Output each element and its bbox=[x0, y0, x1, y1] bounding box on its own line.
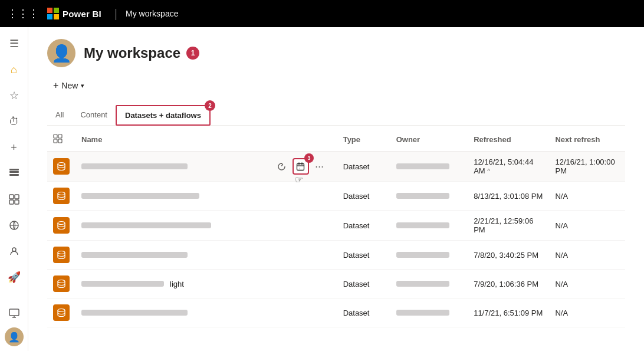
dataset-icon bbox=[53, 217, 70, 234]
row-name-blurred bbox=[81, 252, 188, 258]
row-name-blurred bbox=[81, 310, 188, 316]
row-type: Dataset bbox=[337, 211, 390, 241]
row-name-blurred bbox=[81, 163, 188, 169]
dataset-icon bbox=[53, 158, 70, 175]
action-badge-number: 3 bbox=[304, 153, 314, 163]
row-name-cell bbox=[81, 310, 262, 316]
tabs-row: All Content Datasets + dataflows 2 bbox=[47, 105, 625, 126]
row-name-cell bbox=[81, 193, 262, 199]
col-header-icon bbox=[47, 128, 75, 152]
svg-text:↓: ↓ bbox=[298, 166, 300, 170]
row-owner bbox=[390, 270, 468, 298]
row-owner bbox=[390, 298, 468, 327]
favorites-icon[interactable]: ☆ bbox=[2, 84, 26, 107]
header-badge: 1 bbox=[186, 47, 199, 60]
new-button-row: + New ▾ bbox=[47, 77, 625, 94]
new-button-label: New bbox=[61, 81, 78, 90]
row-refreshed: 7/8/20, 3:40:25 PM bbox=[468, 241, 549, 270]
data-icon[interactable] bbox=[2, 162, 26, 185]
title-group: My workspace 1 bbox=[84, 45, 199, 61]
refresh-button[interactable] bbox=[274, 158, 290, 175]
row-next-refresh: N/A bbox=[549, 211, 625, 241]
svg-rect-1 bbox=[9, 174, 19, 176]
avatar: 👤 bbox=[47, 39, 75, 67]
recent-icon[interactable]: ⏱ bbox=[2, 110, 26, 133]
svg-point-23 bbox=[58, 280, 65, 283]
col-header-refreshed: Refreshed bbox=[468, 128, 549, 152]
refresh-chevron: ^ bbox=[487, 168, 490, 175]
tab-datasets-badge: 2 bbox=[205, 100, 215, 111]
more-options-button[interactable]: ⋯ bbox=[311, 158, 328, 175]
dataset-icon bbox=[53, 188, 70, 204]
chevron-down-icon: ▾ bbox=[81, 82, 84, 90]
dataset-icon bbox=[53, 247, 70, 263]
metrics-icon[interactable] bbox=[2, 188, 26, 211]
row-owner bbox=[390, 241, 468, 270]
top-navigation: ⋮⋮⋮ Power BI | My workspace bbox=[0, 0, 644, 27]
create-icon[interactable]: + bbox=[2, 136, 26, 159]
main-content: 👤 My workspace 1 + New ▾ All Content Dat… bbox=[28, 27, 644, 351]
people-icon[interactable] bbox=[2, 240, 26, 263]
workspace-label: My workspace bbox=[126, 9, 178, 18]
col-header-owner: Owner bbox=[390, 128, 468, 152]
nav-divider: | bbox=[114, 7, 117, 21]
row-type: Dataset bbox=[337, 152, 390, 182]
tab-datasets-label: Datasets + dataflows bbox=[125, 111, 201, 120]
page-header: 👤 My workspace 1 bbox=[47, 27, 625, 77]
row-name-blurred bbox=[81, 281, 164, 287]
row-owner-blurred bbox=[396, 252, 449, 258]
row-name-blurred bbox=[81, 193, 199, 199]
col-header-nextrefresh: Next refresh bbox=[549, 128, 625, 152]
tab-all[interactable]: All bbox=[47, 106, 72, 125]
svg-rect-15 bbox=[54, 139, 57, 143]
row-type: Dataset bbox=[337, 182, 390, 211]
avatar-image: 👤 bbox=[51, 44, 72, 63]
row-type: Dataset bbox=[337, 270, 390, 298]
avatar-small[interactable]: 👤 bbox=[5, 327, 24, 346]
row-owner-blurred bbox=[396, 310, 449, 316]
svg-rect-14 bbox=[58, 135, 62, 138]
row-refreshed: 12/16/21, 5:04:44 AM ^ bbox=[468, 152, 549, 182]
svg-point-21 bbox=[58, 222, 65, 225]
tab-datasets[interactable]: Datasets + dataflows 2 bbox=[116, 105, 211, 126]
row-name-suffix: light bbox=[170, 280, 184, 288]
left-sidebar: ☰ ⌂ ☆ ⏱ + 🚀 👤 bbox=[0, 27, 28, 351]
new-button[interactable]: + New ▾ bbox=[47, 77, 90, 94]
row-refreshed: 11/7/21, 6:51:09 PM bbox=[468, 298, 549, 327]
brand-name: Power BI bbox=[63, 9, 101, 19]
svg-point-9 bbox=[12, 248, 16, 251]
grid-icon[interactable]: ⋮⋮⋮ bbox=[7, 7, 39, 20]
row-type: Dataset bbox=[337, 298, 390, 327]
cursor-hand-icon: ☞ bbox=[295, 174, 303, 185]
svg-point-22 bbox=[58, 251, 65, 254]
row-next-refresh: N/A bbox=[549, 270, 625, 298]
table-row: ↓3☞⋯Dataset12/16/21, 5:04:44 AM ^12/16/2… bbox=[47, 152, 625, 182]
dataset-icon bbox=[53, 304, 70, 321]
svg-rect-4 bbox=[15, 195, 19, 199]
row-refreshed: 2/21/21, 12:59:06 PM bbox=[468, 211, 549, 241]
microsoft-logo: Power BI bbox=[47, 8, 101, 19]
row-refreshed: 7/9/20, 1:06:36 PM bbox=[468, 270, 549, 298]
monitor-icon[interactable] bbox=[2, 301, 26, 325]
schedule-button-wrapper: ↓3☞ bbox=[293, 158, 309, 175]
row-owner bbox=[390, 211, 468, 241]
col-header-actions bbox=[268, 128, 337, 152]
tab-content[interactable]: Content bbox=[72, 106, 116, 125]
home-icon[interactable]: ⌂ bbox=[2, 58, 26, 81]
row-next-refresh: N/A bbox=[549, 241, 625, 270]
apps-icon[interactable] bbox=[2, 214, 26, 237]
row-refreshed: 8/13/21, 3:01:08 PM bbox=[468, 182, 549, 211]
row-owner-blurred bbox=[396, 281, 449, 287]
row-type: Dataset bbox=[337, 241, 390, 270]
table-row: Dataset7/8/20, 3:40:25 PMN/A bbox=[47, 241, 625, 270]
svg-rect-10 bbox=[9, 309, 19, 316]
row-next-refresh: 12/16/21, 1:00:00 PM bbox=[549, 152, 625, 182]
table-row: Dataset2/21/21, 12:59:06 PMN/A bbox=[47, 211, 625, 241]
rocket-icon[interactable]: 🚀 bbox=[2, 265, 26, 289]
svg-point-20 bbox=[58, 192, 65, 195]
row-owner-blurred bbox=[396, 222, 449, 228]
page-title: My workspace bbox=[84, 45, 180, 61]
col-header-name: Name bbox=[75, 128, 268, 152]
hamburger-icon[interactable]: ☰ bbox=[2, 32, 26, 55]
datasets-table: Name Type Owner Refreshed Next refresh ↓… bbox=[47, 128, 625, 327]
